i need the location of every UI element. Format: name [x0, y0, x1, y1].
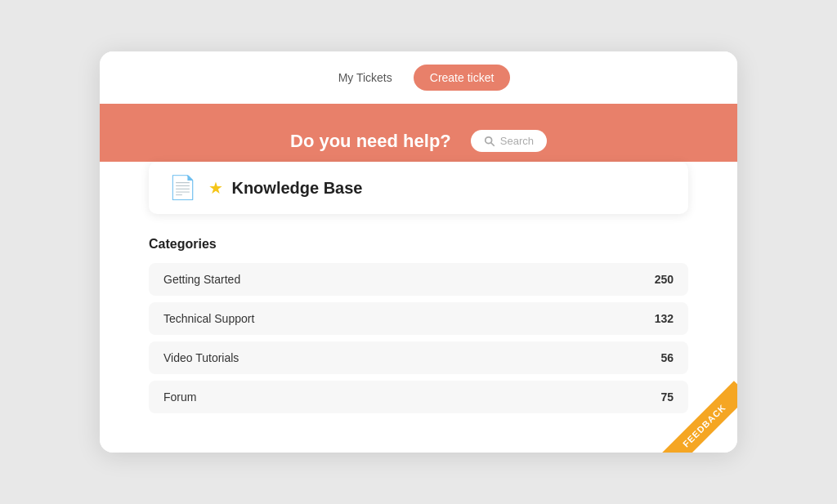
- create-ticket-button[interactable]: Create ticket: [414, 65, 511, 91]
- category-count: 132: [655, 312, 674, 325]
- category-row[interactable]: Technical Support132: [149, 302, 688, 335]
- category-row[interactable]: Video Tutorials56: [149, 341, 688, 374]
- main-card: My Tickets Create ticket Do you need hel…: [100, 51, 737, 453]
- svg-line-1: [491, 142, 495, 145]
- categories-heading: Categories: [149, 237, 688, 252]
- category-row[interactable]: Getting Started250: [149, 263, 688, 296]
- feedback-ribbon[interactable]: FEEDBACK: [660, 381, 737, 453]
- content-area: 📄 ★ Knowledge Base Categories Getting St…: [100, 162, 737, 453]
- category-count: 250: [655, 273, 674, 286]
- hero-title: Do you need help?: [290, 131, 451, 152]
- star-icon: ★: [208, 179, 223, 197]
- category-name: Video Tutorials: [163, 351, 239, 364]
- category-name: Getting Started: [163, 273, 240, 286]
- top-nav: My Tickets Create ticket: [100, 51, 737, 104]
- categories-list: Getting Started250Technical Support132Vi…: [149, 263, 688, 413]
- search-button[interactable]: Search: [471, 130, 547, 152]
- category-count: 56: [660, 351, 674, 364]
- search-icon: [484, 136, 495, 147]
- categories-section: Categories Getting Started250Technical S…: [149, 237, 688, 413]
- feedback-ribbon-container: FEEDBACK: [656, 371, 737, 453]
- knowledge-base-card: 📄 ★ Knowledge Base: [149, 162, 688, 214]
- category-row[interactable]: Forum75: [149, 381, 688, 413]
- category-name: Forum: [163, 390, 196, 404]
- kb-title: Knowledge Base: [231, 179, 362, 197]
- my-tickets-link[interactable]: My Tickets: [327, 66, 404, 89]
- category-name: Technical Support: [163, 312, 254, 325]
- kb-title-group: ★ Knowledge Base: [208, 178, 363, 198]
- search-label: Search: [500, 135, 534, 147]
- document-icon: 📄: [168, 176, 197, 199]
